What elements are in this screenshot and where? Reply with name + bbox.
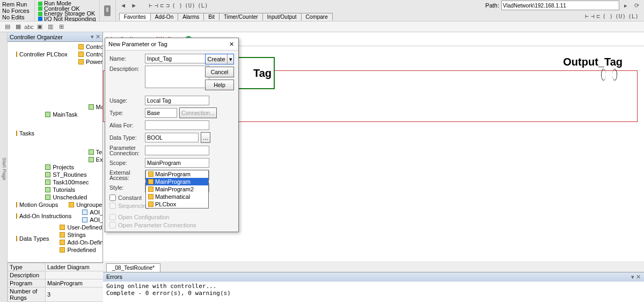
tree-item[interactable]: MainProgram xyxy=(96,103,103,111)
qt-icon[interactable]: ▥ xyxy=(46,23,55,31)
name-input[interactable] xyxy=(145,54,209,63)
openparam-checkbox xyxy=(109,222,116,228)
scope-option[interactable]: Mathematical xyxy=(146,193,208,200)
close-icon[interactable]: ✕ xyxy=(228,40,235,48)
tree-item[interactable]: Unscheduled xyxy=(52,193,87,201)
tree-item[interactable]: User-Defined xyxy=(67,224,103,231)
project-tree[interactable]: Controller PLCboxController TagsControll… xyxy=(8,42,103,262)
tree-item[interactable]: Task100msec xyxy=(52,178,89,186)
qt-icon[interactable]: ▤ xyxy=(3,23,12,31)
tb-btn[interactable]: ⊣ xyxy=(591,13,595,20)
nav-back-icon[interactable]: ◄ xyxy=(119,1,128,10)
tree-item[interactable]: Strings xyxy=(67,231,86,239)
path-go-icon[interactable]: ▸ xyxy=(621,1,630,10)
tree-item[interactable]: Predefined xyxy=(67,246,96,254)
folder-icon xyxy=(78,44,84,49)
scope-dropdown-list[interactable]: MainProgramMainProgramMainProgram2Mathem… xyxy=(145,170,209,208)
scope-option[interactable]: MainProgram2 xyxy=(146,185,208,193)
routine-icon xyxy=(45,172,50,177)
nav-btn[interactable]: (L) xyxy=(197,2,208,9)
nav-btn[interactable]: ⊣ xyxy=(155,2,158,9)
tree-item[interactable]: Add-On Instructions xyxy=(19,212,72,220)
path-input[interactable] xyxy=(501,1,619,10)
prop-value xyxy=(46,271,111,279)
nav-btn[interactable]: ⊐ xyxy=(166,2,170,9)
folder-icon xyxy=(148,194,153,199)
scope-select[interactable] xyxy=(145,158,209,168)
description-input[interactable] xyxy=(145,66,209,88)
tree-item[interactable]: Tasks xyxy=(19,130,35,137)
left-rail-start-page[interactable]: Start Page xyxy=(0,32,8,302)
tree-item[interactable]: Projects xyxy=(52,163,75,171)
instruction-tab[interactable]: Timer/Counter xyxy=(219,13,263,20)
qt-icon[interactable]: abc xyxy=(25,23,33,31)
tree-item[interactable]: Controller PLCbox xyxy=(19,51,68,58)
routine-icon xyxy=(89,157,94,162)
nav-btn[interactable]: ( ) xyxy=(172,2,182,9)
connection-button: Connection... xyxy=(179,107,217,118)
organizer-pin-icon[interactable]: ▾ ✕ xyxy=(91,33,100,40)
paramconn-input[interactable] xyxy=(145,146,209,155)
chevron-down-icon[interactable]: ▾ xyxy=(227,54,233,64)
qt-icon[interactable]: ⊞ xyxy=(57,23,65,31)
constant-checkbox[interactable] xyxy=(109,195,116,201)
tree-item[interactable]: Power-Up Handler xyxy=(85,58,103,66)
instruction-tab[interactable]: Bit xyxy=(203,13,219,20)
tree-item[interactable]: MainTask xyxy=(52,111,78,118)
nav-fwd-icon[interactable]: ► xyxy=(130,1,138,10)
tb-btn[interactable]: (L) xyxy=(628,13,639,20)
output-coil-icon[interactable] xyxy=(601,69,617,80)
scope-option[interactable]: MainProgram xyxy=(146,178,208,185)
tree-item[interactable]: ST_Routines xyxy=(52,171,87,178)
output-close-icon[interactable]: ▾ ✕ xyxy=(631,274,641,281)
tree-item[interactable]: Controller Fault Handler xyxy=(85,51,103,58)
tb-btn[interactable]: ⊏ xyxy=(597,13,601,20)
path-refresh-icon[interactable]: ⟳ xyxy=(632,1,641,10)
cancel-button[interactable]: Cancel xyxy=(205,67,234,77)
tree-item[interactable]: Add-On-Defined xyxy=(67,239,103,246)
type-select[interactable] xyxy=(145,108,177,118)
organizer-header: Controller Organizer ▾ ✕ xyxy=(8,32,103,42)
tree-item[interactable]: ExternalHardware xyxy=(96,156,103,163)
usage-select[interactable] xyxy=(145,96,209,105)
tree-item[interactable]: Tutorials xyxy=(52,186,76,193)
routine-icon xyxy=(89,149,94,155)
tree-item[interactable]: TestProgram xyxy=(96,148,103,156)
nav-btn[interactable]: ⊏ xyxy=(160,2,164,9)
create-button[interactable]: Create▾ xyxy=(205,54,234,64)
scope-option[interactable]: PLCbox xyxy=(146,200,208,208)
qt-icon[interactable]: ▦ xyxy=(14,23,23,31)
alias-input[interactable] xyxy=(145,120,209,130)
tree-item[interactable]: AOI_VFD_PF525 xyxy=(89,216,103,224)
instruction-tab[interactable]: Add-On xyxy=(150,13,178,20)
path-row: Path: ▸ ⟳ xyxy=(482,0,644,11)
instruction-tab[interactable]: Compare xyxy=(301,13,333,20)
tree-item[interactable]: Controller Tags xyxy=(85,43,103,51)
nav-btn[interactable]: (U) xyxy=(185,2,195,9)
qt-icon[interactable]: ▣ xyxy=(35,23,44,31)
instruction-tab[interactable]: Input/Output xyxy=(262,13,302,20)
alias-label: Alias For: xyxy=(109,122,143,128)
tree-item[interactable]: Ungrouped Axes xyxy=(76,201,103,208)
tree-item[interactable]: Data Types xyxy=(19,235,49,242)
prop-key: Program xyxy=(8,279,46,287)
tb-btn[interactable]: ( ) xyxy=(602,13,613,20)
output-tag-label: Output_Tag xyxy=(563,56,623,68)
scope-label: Scope: xyxy=(109,160,143,166)
instruction-tab[interactable]: Alarms xyxy=(178,13,204,20)
tree-item[interactable]: AOI_BasicCalculation xyxy=(89,208,103,216)
routine-tab[interactable]: _08_TestRoutine* xyxy=(106,263,160,272)
folder-icon xyxy=(78,52,84,57)
nav-btn[interactable]: ⊢ xyxy=(149,2,153,9)
help-button[interactable]: Help xyxy=(205,80,234,90)
folder-icon xyxy=(148,202,153,207)
task-icon xyxy=(45,112,50,117)
scope-option[interactable]: MainProgram xyxy=(146,170,208,178)
input-instruction[interactable]: Tag xyxy=(237,57,275,89)
datatype-browse-button[interactable]: … xyxy=(201,132,210,143)
tree-item[interactable]: Motion Groups xyxy=(19,201,58,208)
tb-btn[interactable]: (U) xyxy=(615,13,626,20)
datatype-input[interactable] xyxy=(145,133,199,142)
instruction-tab[interactable]: Favorites xyxy=(119,13,151,20)
tb-btn[interactable]: ⊢ xyxy=(586,13,589,20)
